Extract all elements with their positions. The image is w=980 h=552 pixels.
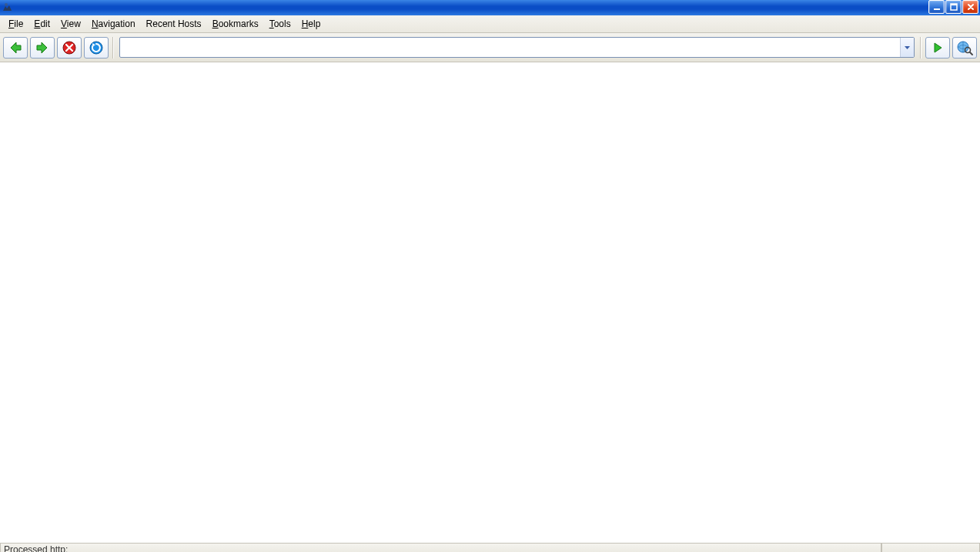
toolbar — [0, 33, 980, 62]
globe-search-icon — [956, 40, 973, 55]
reload-button[interactable] — [84, 37, 109, 59]
status-text: Processed http: — [0, 544, 881, 552]
menu-recent-hosts[interactable]: Recent Hosts — [141, 16, 207, 32]
menu-view[interactable]: View — [55, 16, 86, 32]
chevron-down-icon — [904, 44, 911, 51]
stop-button[interactable] — [57, 37, 82, 59]
app-icon — [2, 2, 14, 14]
search-button[interactable] — [952, 37, 977, 59]
menu-tools[interactable]: Tools — [264, 16, 296, 32]
menu-file[interactable]: File — [3, 16, 28, 32]
close-icon — [967, 3, 975, 11]
address-dropdown-button[interactable] — [900, 38, 914, 57]
address-input[interactable] — [120, 38, 900, 57]
back-arrow-icon — [8, 40, 23, 55]
svg-rect-3 — [951, 4, 957, 5]
menu-navigation[interactable]: Navigation — [86, 16, 141, 32]
menu-help[interactable]: Help — [296, 16, 326, 32]
toolbar-separator-2 — [920, 37, 921, 59]
maximize-button[interactable] — [945, 0, 962, 14]
window-controls — [928, 0, 978, 15]
minimize-icon — [933, 3, 941, 11]
svg-rect-1 — [934, 8, 940, 10]
svg-point-0 — [5, 3, 8, 6]
minimize-button[interactable] — [928, 0, 945, 14]
menu-edit[interactable]: Edit — [28, 16, 55, 32]
status-right-cell — [881, 544, 980, 552]
forward-button[interactable] — [30, 37, 55, 59]
go-button[interactable] — [925, 37, 950, 59]
titlebar — [0, 0, 980, 15]
statusbar: Processed http: — [0, 543, 980, 552]
stop-icon — [62, 40, 77, 55]
close-button[interactable] — [962, 0, 978, 14]
content-area — [0, 62, 980, 543]
back-button[interactable] — [3, 37, 28, 59]
maximize-icon — [950, 3, 958, 11]
address-bar[interactable] — [119, 37, 915, 58]
go-icon — [931, 41, 945, 55]
forward-arrow-icon — [35, 40, 50, 55]
menu-bookmarks[interactable]: Bookmarks — [207, 16, 264, 32]
toolbar-separator — [112, 37, 114, 59]
reload-icon — [89, 40, 104, 55]
menubar: File Edit View Navigation Recent Hosts B… — [0, 15, 980, 33]
